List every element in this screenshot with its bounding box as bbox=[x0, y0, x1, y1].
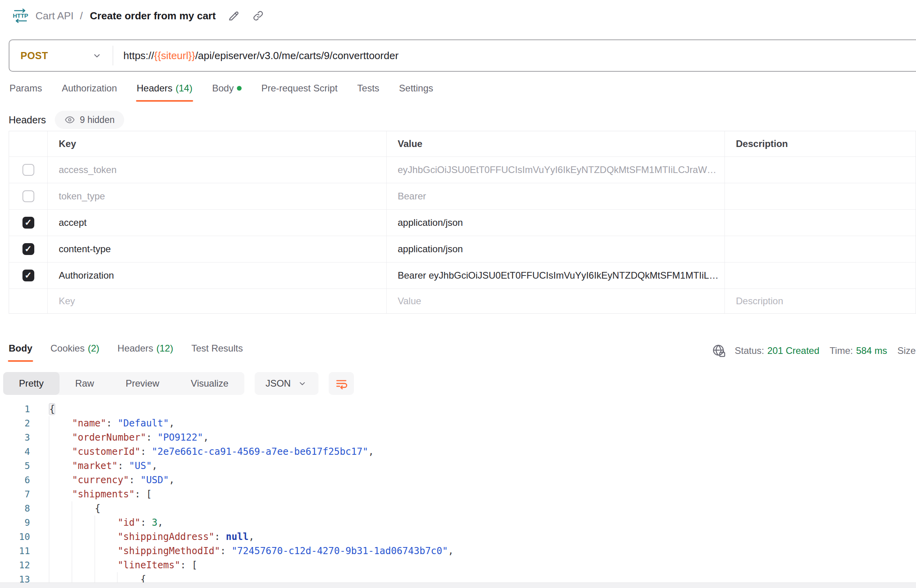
response-tab-headers[interactable]: Headers(12) bbox=[117, 341, 173, 362]
line-number: 3 bbox=[0, 432, 30, 443]
url-variable: {{siteurl}} bbox=[154, 50, 195, 61]
cell-key[interactable]: accept bbox=[48, 210, 387, 236]
cell-key[interactable]: content-type bbox=[48, 236, 387, 262]
chevron-down-icon bbox=[297, 378, 307, 389]
tab-pre-request-script[interactable]: Pre-request Script bbox=[261, 81, 337, 102]
view-pretty[interactable]: Pretty bbox=[3, 372, 60, 395]
response-meta: Status: 201 Created Time: 584 ms Size: 1 bbox=[712, 344, 916, 358]
wrap-lines-icon bbox=[335, 377, 348, 390]
cell-key[interactable]: Authorization bbox=[48, 262, 387, 288]
cell-key[interactable]: access_token bbox=[48, 157, 387, 183]
table-row: token_typeBearer bbox=[9, 183, 916, 209]
line-number: 4 bbox=[0, 447, 30, 457]
header-cell-key: Key bbox=[48, 131, 387, 156]
cell-value[interactable]: Bearer eyJhbGciOiJSU0EtT0FFUCIsImVuYyI6I… bbox=[387, 262, 725, 288]
cell-description[interactable] bbox=[725, 210, 916, 236]
line-number: 9 bbox=[0, 517, 30, 528]
tab-headers[interactable]: Headers(14) bbox=[137, 81, 192, 102]
response-toolbar: PrettyRawPreviewVisualize JSON bbox=[3, 372, 916, 395]
code-line: 11 "shippingMethodId": "72457670-c12d-42… bbox=[0, 544, 916, 558]
header-cell-value: Value bbox=[387, 131, 725, 156]
tab-authorization[interactable]: Authorization bbox=[62, 81, 117, 102]
code-text: "shipments": [ bbox=[30, 489, 152, 500]
cell-value[interactable]: eyJhbGciOiJSU0EtT0FFUCIsImVuYyI6IkEyNTZD… bbox=[387, 157, 725, 183]
code-line: 1{ bbox=[0, 402, 916, 416]
size-label: Size: bbox=[897, 345, 916, 356]
response-tab-body[interactable]: Body bbox=[9, 341, 32, 362]
cell-description[interactable] bbox=[725, 262, 916, 288]
view-preview[interactable]: Preview bbox=[110, 372, 175, 395]
cell-value[interactable]: application/json bbox=[387, 210, 725, 236]
headers-section-header: Headers 9 hidden bbox=[9, 110, 916, 129]
horizontal-scrollbar[interactable] bbox=[0, 582, 916, 588]
breadcrumb-request-name[interactable]: Create order from my cart bbox=[90, 10, 216, 22]
tab-tests[interactable]: Tests bbox=[357, 81, 379, 102]
tab-label: Settings bbox=[399, 83, 433, 94]
code-line: 3 "orderNumber": "PO9122", bbox=[0, 430, 916, 445]
tab-settings[interactable]: Settings bbox=[399, 81, 433, 102]
svg-text:HTTP: HTTP bbox=[13, 12, 28, 19]
line-number: 2 bbox=[0, 418, 30, 428]
cell-key[interactable]: token_type bbox=[48, 183, 387, 209]
cell-description[interactable] bbox=[725, 183, 916, 209]
format-selector[interactable]: JSON bbox=[255, 372, 318, 395]
view-raw[interactable]: Raw bbox=[60, 372, 110, 395]
checkbox-checked[interactable] bbox=[22, 243, 34, 255]
code-text: { bbox=[30, 503, 101, 514]
code-text: "id": 3, bbox=[30, 517, 163, 528]
checkbox-checked[interactable] bbox=[22, 270, 34, 281]
response-tab-cookies[interactable]: Cookies(2) bbox=[50, 341, 99, 362]
request-tabs: ParamsAuthorizationHeaders(14)BodyPre-re… bbox=[9, 81, 916, 102]
code-text: "name": "Default", bbox=[30, 418, 175, 429]
cell-checkbox bbox=[9, 183, 48, 209]
tab-count: (14) bbox=[176, 83, 193, 94]
hidden-headers-label: 9 hidden bbox=[80, 115, 115, 125]
cell-key-placeholder[interactable]: Key bbox=[48, 289, 387, 313]
hidden-headers-toggle[interactable]: 9 hidden bbox=[55, 111, 124, 129]
tab-label: Body bbox=[212, 83, 234, 94]
header-cell-checkbox bbox=[9, 131, 48, 156]
cell-checkbox bbox=[9, 157, 48, 183]
status-value: 201 Created bbox=[767, 345, 819, 356]
indent-guide bbox=[95, 515, 95, 585]
format-label: JSON bbox=[266, 378, 291, 389]
edit-request-name-icon[interactable] bbox=[227, 9, 240, 22]
response-tab-test-results[interactable]: Test Results bbox=[191, 341, 243, 362]
cell-checkbox bbox=[9, 210, 48, 236]
cell-description[interactable] bbox=[725, 157, 916, 183]
cell-description[interactable] bbox=[725, 236, 916, 262]
table-header-row: KeyValueDescription bbox=[9, 131, 916, 156]
line-number: 6 bbox=[0, 475, 30, 485]
cell-checkbox bbox=[9, 262, 48, 288]
view-switcher: PrettyRawPreviewVisualize bbox=[3, 372, 244, 395]
view-visualize[interactable]: Visualize bbox=[175, 372, 244, 395]
cell-value[interactable]: application/json bbox=[387, 236, 725, 262]
method-selector[interactable]: POST bbox=[9, 50, 113, 61]
line-number: 5 bbox=[0, 461, 30, 471]
tab-label: Headers bbox=[117, 343, 153, 354]
tab-label: Pre-request Script bbox=[261, 83, 337, 94]
tab-body[interactable]: Body bbox=[212, 81, 242, 102]
table-row: AuthorizationBearer eyJhbGciOiJSU0EtT0FF… bbox=[9, 262, 916, 288]
wrap-lines-button[interactable] bbox=[329, 372, 354, 395]
request-url-bar: POST https://{{siteurl}}/api/episerver/v… bbox=[9, 39, 916, 72]
code-line: 12 "lineItems": [ bbox=[0, 558, 916, 572]
cell-value[interactable]: Bearer bbox=[387, 183, 725, 209]
breadcrumb-collection[interactable]: Cart API bbox=[35, 10, 74, 22]
cell-value-placeholder[interactable]: Value bbox=[387, 289, 725, 313]
checkbox-unchecked[interactable] bbox=[22, 190, 34, 202]
cell-description-placeholder[interactable]: Description bbox=[725, 289, 916, 313]
url-input[interactable]: https://{{siteurl}}/api/episerver/v3.0/m… bbox=[113, 50, 398, 62]
tab-count: (2) bbox=[88, 343, 99, 354]
tab-count: (12) bbox=[156, 343, 173, 354]
copy-link-icon[interactable] bbox=[252, 9, 264, 22]
checkbox-unchecked[interactable] bbox=[22, 164, 34, 176]
chevron-down-icon bbox=[91, 50, 102, 61]
tab-params[interactable]: Params bbox=[9, 81, 42, 102]
code-line: 6 "currency": "USD", bbox=[0, 473, 916, 487]
status-label: Status: bbox=[735, 345, 764, 356]
table-row: acceptapplication/json bbox=[9, 209, 916, 236]
checkbox-checked[interactable] bbox=[22, 217, 34, 229]
cell-checkbox-empty bbox=[9, 289, 48, 313]
code-line: 10 "shippingAddress": null, bbox=[0, 530, 916, 544]
